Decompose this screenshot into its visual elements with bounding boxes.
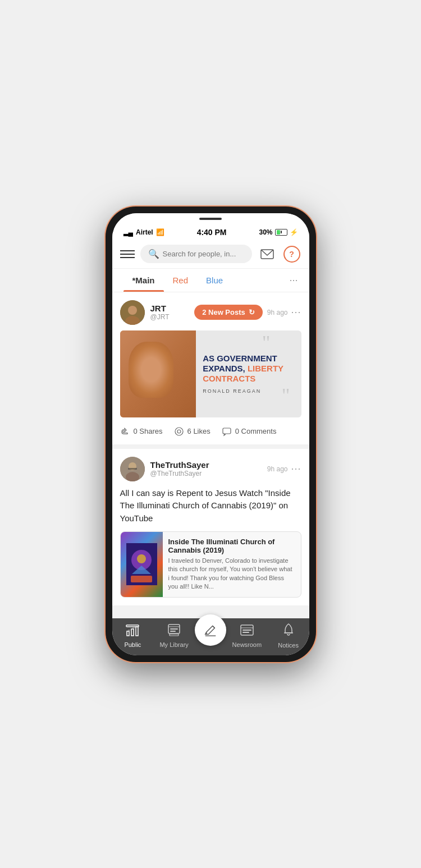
tab-main[interactable]: *Main bbox=[123, 269, 164, 292]
phone-screen: ▂▄ Airtel 📶 4:40 PM 30% ⚡ 🔍 bbox=[112, 213, 309, 655]
post-actions-jrt: 0 Shares 6 Likes 0 C bbox=[120, 423, 301, 437]
nav-newsroom-label: Newsroom bbox=[232, 641, 262, 648]
likes-button[interactable]: 6 Likes bbox=[174, 426, 210, 437]
post-card-tts: TheTruthSayer @TheTruthSayer 9h ago ··· … bbox=[112, 449, 309, 605]
quote-mark-top: " bbox=[262, 335, 271, 351]
nav-compose-button[interactable] bbox=[195, 614, 226, 646]
handle-tts: @TheTruthSayer bbox=[150, 470, 267, 477]
tab-red[interactable]: Red bbox=[164, 269, 198, 292]
nav-public[interactable]: Public bbox=[112, 623, 154, 648]
svg-rect-27 bbox=[242, 632, 249, 633]
post-time-tts: 9h ago bbox=[267, 465, 288, 473]
battery-icon bbox=[275, 229, 287, 236]
notch bbox=[199, 218, 222, 220]
comments-count: 0 Comments bbox=[235, 427, 277, 435]
link-preview-desc: I traveled to Denver, Colorado to invest… bbox=[168, 557, 295, 591]
status-left: ▂▄ Airtel 📶 bbox=[123, 228, 164, 236]
status-right: 30% ⚡ bbox=[259, 228, 298, 236]
nav-my-library[interactable]: My Library bbox=[153, 623, 195, 648]
image-quote-line2: EXPANDS, LIBERTY bbox=[203, 364, 283, 373]
feed: JRT @JRT 2 New Posts ↻ 9h ago ··· " bbox=[112, 292, 309, 618]
user-info-jrt: JRT @JRT bbox=[150, 304, 190, 321]
wifi-icon: 📶 bbox=[156, 228, 164, 236]
search-bar[interactable]: 🔍 bbox=[140, 245, 252, 263]
shares-button[interactable]: 0 Shares bbox=[120, 426, 163, 437]
post-image-text: " AS GOVERNMENT EXPANDS, LIBERTY CONTRAC… bbox=[196, 345, 301, 403]
post-header-tts: TheTruthSayer @TheTruthSayer 9h ago ··· bbox=[120, 457, 301, 481]
status-time: 4:40 PM bbox=[197, 228, 227, 237]
image-quote-author: RONALD REAGAN bbox=[203, 388, 294, 394]
help-icon[interactable]: ? bbox=[282, 245, 301, 264]
search-icon: 🔍 bbox=[148, 249, 159, 259]
comments-button[interactable]: 0 Comments bbox=[222, 426, 277, 437]
svg-rect-6 bbox=[223, 428, 231, 434]
charging-icon: ⚡ bbox=[290, 228, 298, 236]
phone-frame: ▂▄ Airtel 📶 4:40 PM 30% ⚡ 🔍 bbox=[106, 206, 316, 662]
notices-icon bbox=[282, 623, 295, 640]
svg-point-4 bbox=[175, 428, 183, 435]
status-bar: ▂▄ Airtel 📶 4:40 PM 30% ⚡ bbox=[112, 222, 309, 240]
svg-point-5 bbox=[177, 430, 181, 433]
svg-rect-21 bbox=[170, 628, 178, 630]
nav-newsroom[interactable]: Newsroom bbox=[226, 623, 268, 648]
post-more-jrt[interactable]: ··· bbox=[291, 306, 301, 318]
username-tts: TheTruthSayer bbox=[150, 460, 267, 470]
new-posts-badge[interactable]: 2 New Posts ↻ bbox=[194, 305, 263, 320]
avatar-tts[interactable] bbox=[120, 457, 145, 481]
mail-icon[interactable] bbox=[258, 245, 277, 264]
bottom-nav: Public My Library bbox=[112, 618, 309, 655]
nav-public-label: Public bbox=[124, 641, 141, 648]
username-jrt: JRT bbox=[150, 304, 190, 313]
svg-rect-15 bbox=[127, 631, 129, 636]
svg-rect-17 bbox=[136, 627, 138, 636]
public-icon bbox=[126, 623, 139, 639]
top-bar: 🔍 ? bbox=[112, 240, 309, 269]
battery-fill bbox=[277, 230, 280, 235]
battery-percent: 30% bbox=[259, 228, 272, 236]
post-more-tts[interactable]: ··· bbox=[291, 463, 301, 475]
nav-my-library-label: My Library bbox=[159, 641, 188, 648]
newsroom-icon bbox=[240, 623, 254, 639]
link-preview-thumbnail bbox=[121, 532, 163, 597]
svg-rect-13 bbox=[131, 576, 152, 582]
post-text-tts: All I can say is Repent to Jesus Watch "… bbox=[120, 487, 301, 525]
svg-rect-18 bbox=[126, 625, 139, 627]
my-library-icon bbox=[167, 623, 181, 639]
svg-rect-10 bbox=[128, 468, 137, 470]
image-quote-line1: AS GOVERNMENT EXPANDS, LIBERTY CONTRACTS bbox=[203, 353, 294, 384]
shares-count: 0 Shares bbox=[134, 427, 163, 435]
likes-count: 6 Likes bbox=[187, 427, 210, 435]
battery-tip bbox=[281, 231, 282, 233]
link-preview-tts[interactable]: Inside The Illuminati Church of Cannabis… bbox=[120, 531, 301, 598]
tab-blue[interactable]: Blue bbox=[197, 269, 232, 292]
post-image-face bbox=[120, 330, 196, 417]
hamburger-menu[interactable] bbox=[120, 248, 135, 260]
link-preview-content: Inside The Illuminati Church of Cannabis… bbox=[163, 532, 301, 597]
user-info-tts: TheTruthSayer @TheTruthSayer bbox=[150, 460, 267, 477]
avatar-jrt[interactable] bbox=[120, 300, 145, 325]
svg-point-2 bbox=[128, 306, 137, 315]
nav-notices[interactable]: Notices bbox=[268, 623, 309, 649]
signal-bars: ▂▄ bbox=[123, 228, 134, 236]
notch-area bbox=[112, 213, 309, 222]
tabs-bar: *Main Red Blue ··· bbox=[112, 269, 309, 292]
tabs-more-button[interactable]: ··· bbox=[289, 274, 298, 286]
post-card-jrt: JRT @JRT 2 New Posts ↻ 9h ago ··· " bbox=[112, 292, 309, 444]
link-preview-title: Inside The Illuminati Church of Cannabis… bbox=[168, 538, 295, 554]
image-quote-highlight: LIBERTY bbox=[248, 364, 283, 373]
svg-point-14 bbox=[137, 554, 146, 563]
svg-rect-16 bbox=[131, 629, 134, 636]
image-quote-line3: CONTRACTS bbox=[203, 374, 255, 383]
question-mark: ? bbox=[283, 246, 300, 263]
post-image-jrt: " AS GOVERNMENT EXPANDS, LIBERTY CONTRAC… bbox=[120, 330, 301, 417]
quote-mark-bottom: " bbox=[282, 388, 290, 404]
nav-notices-label: Notices bbox=[278, 642, 299, 649]
svg-rect-26 bbox=[242, 630, 251, 631]
svg-rect-22 bbox=[170, 631, 176, 632]
svg-rect-23 bbox=[170, 634, 179, 636]
post-time-jrt: 9h ago bbox=[267, 309, 288, 316]
handle-jrt: @JRT bbox=[150, 313, 190, 321]
carrier-name: Airtel bbox=[136, 228, 153, 236]
search-input[interactable] bbox=[163, 250, 244, 258]
refresh-icon: ↻ bbox=[249, 308, 255, 316]
